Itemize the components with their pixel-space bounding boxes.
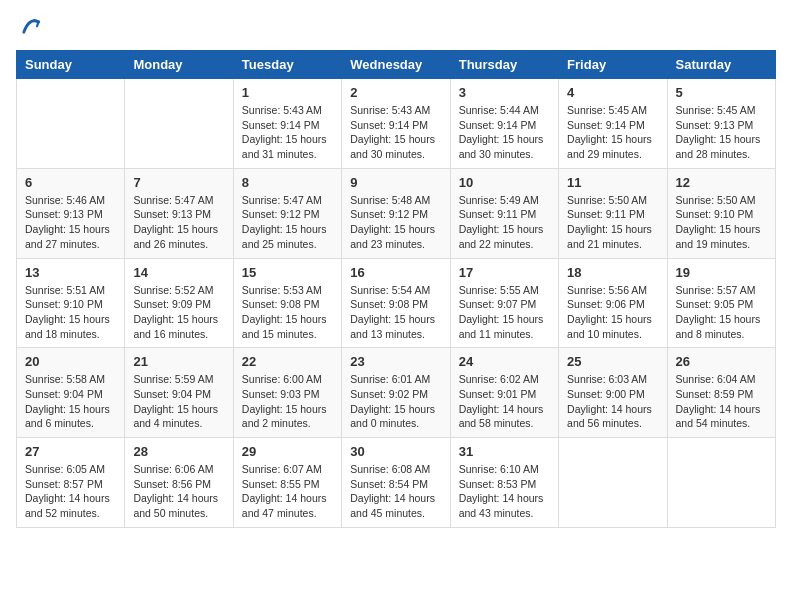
col-wednesday: Wednesday	[342, 51, 450, 79]
day-number: 10	[459, 175, 550, 190]
col-monday: Monday	[125, 51, 233, 79]
calendar-cell	[17, 79, 125, 169]
day-info: Sunrise: 5:57 AM Sunset: 9:05 PM Dayligh…	[676, 283, 767, 342]
col-friday: Friday	[559, 51, 667, 79]
calendar-cell: 28Sunrise: 6:06 AM Sunset: 8:56 PM Dayli…	[125, 438, 233, 528]
day-info: Sunrise: 5:45 AM Sunset: 9:14 PM Dayligh…	[567, 103, 658, 162]
calendar-cell: 3Sunrise: 5:44 AM Sunset: 9:14 PM Daylig…	[450, 79, 558, 169]
calendar-cell: 4Sunrise: 5:45 AM Sunset: 9:14 PM Daylig…	[559, 79, 667, 169]
calendar-cell: 25Sunrise: 6:03 AM Sunset: 9:00 PM Dayli…	[559, 348, 667, 438]
calendar-week-row: 1Sunrise: 5:43 AM Sunset: 9:14 PM Daylig…	[17, 79, 776, 169]
calendar-cell: 18Sunrise: 5:56 AM Sunset: 9:06 PM Dayli…	[559, 258, 667, 348]
calendar-cell	[667, 438, 775, 528]
day-info: Sunrise: 6:08 AM Sunset: 8:54 PM Dayligh…	[350, 462, 441, 521]
calendar-cell: 13Sunrise: 5:51 AM Sunset: 9:10 PM Dayli…	[17, 258, 125, 348]
day-number: 18	[567, 265, 658, 280]
day-number: 1	[242, 85, 333, 100]
calendar-cell: 23Sunrise: 6:01 AM Sunset: 9:02 PM Dayli…	[342, 348, 450, 438]
day-info: Sunrise: 5:43 AM Sunset: 9:14 PM Dayligh…	[350, 103, 441, 162]
day-info: Sunrise: 5:50 AM Sunset: 9:10 PM Dayligh…	[676, 193, 767, 252]
day-info: Sunrise: 5:52 AM Sunset: 9:09 PM Dayligh…	[133, 283, 224, 342]
day-number: 9	[350, 175, 441, 190]
calendar-cell: 8Sunrise: 5:47 AM Sunset: 9:12 PM Daylig…	[233, 168, 341, 258]
calendar-cell: 19Sunrise: 5:57 AM Sunset: 9:05 PM Dayli…	[667, 258, 775, 348]
calendar-cell: 12Sunrise: 5:50 AM Sunset: 9:10 PM Dayli…	[667, 168, 775, 258]
day-number: 4	[567, 85, 658, 100]
day-number: 28	[133, 444, 224, 459]
day-info: Sunrise: 6:04 AM Sunset: 8:59 PM Dayligh…	[676, 372, 767, 431]
calendar-week-row: 13Sunrise: 5:51 AM Sunset: 9:10 PM Dayli…	[17, 258, 776, 348]
calendar-cell: 2Sunrise: 5:43 AM Sunset: 9:14 PM Daylig…	[342, 79, 450, 169]
day-number: 29	[242, 444, 333, 459]
day-number: 5	[676, 85, 767, 100]
day-info: Sunrise: 6:07 AM Sunset: 8:55 PM Dayligh…	[242, 462, 333, 521]
day-info: Sunrise: 6:00 AM Sunset: 9:03 PM Dayligh…	[242, 372, 333, 431]
day-number: 19	[676, 265, 767, 280]
page-header	[16, 16, 776, 38]
calendar-cell	[125, 79, 233, 169]
day-info: Sunrise: 5:53 AM Sunset: 9:08 PM Dayligh…	[242, 283, 333, 342]
day-info: Sunrise: 5:58 AM Sunset: 9:04 PM Dayligh…	[25, 372, 116, 431]
calendar-cell: 14Sunrise: 5:52 AM Sunset: 9:09 PM Dayli…	[125, 258, 233, 348]
day-number: 23	[350, 354, 441, 369]
day-number: 25	[567, 354, 658, 369]
day-number: 24	[459, 354, 550, 369]
day-number: 31	[459, 444, 550, 459]
calendar-cell: 6Sunrise: 5:46 AM Sunset: 9:13 PM Daylig…	[17, 168, 125, 258]
day-info: Sunrise: 5:47 AM Sunset: 9:12 PM Dayligh…	[242, 193, 333, 252]
calendar-week-row: 20Sunrise: 5:58 AM Sunset: 9:04 PM Dayli…	[17, 348, 776, 438]
calendar-cell: 11Sunrise: 5:50 AM Sunset: 9:11 PM Dayli…	[559, 168, 667, 258]
day-number: 22	[242, 354, 333, 369]
day-info: Sunrise: 5:47 AM Sunset: 9:13 PM Dayligh…	[133, 193, 224, 252]
calendar-cell: 9Sunrise: 5:48 AM Sunset: 9:12 PM Daylig…	[342, 168, 450, 258]
calendar-cell: 27Sunrise: 6:05 AM Sunset: 8:57 PM Dayli…	[17, 438, 125, 528]
calendar-cell: 22Sunrise: 6:00 AM Sunset: 9:03 PM Dayli…	[233, 348, 341, 438]
day-info: Sunrise: 5:46 AM Sunset: 9:13 PM Dayligh…	[25, 193, 116, 252]
day-info: Sunrise: 5:50 AM Sunset: 9:11 PM Dayligh…	[567, 193, 658, 252]
day-info: Sunrise: 6:06 AM Sunset: 8:56 PM Dayligh…	[133, 462, 224, 521]
calendar-header-row: Sunday Monday Tuesday Wednesday Thursday…	[17, 51, 776, 79]
day-number: 13	[25, 265, 116, 280]
calendar-cell: 15Sunrise: 5:53 AM Sunset: 9:08 PM Dayli…	[233, 258, 341, 348]
day-number: 16	[350, 265, 441, 280]
day-number: 8	[242, 175, 333, 190]
calendar-cell: 24Sunrise: 6:02 AM Sunset: 9:01 PM Dayli…	[450, 348, 558, 438]
day-number: 17	[459, 265, 550, 280]
day-info: Sunrise: 5:54 AM Sunset: 9:08 PM Dayligh…	[350, 283, 441, 342]
day-info: Sunrise: 5:45 AM Sunset: 9:13 PM Dayligh…	[676, 103, 767, 162]
calendar-cell: 7Sunrise: 5:47 AM Sunset: 9:13 PM Daylig…	[125, 168, 233, 258]
day-info: Sunrise: 6:02 AM Sunset: 9:01 PM Dayligh…	[459, 372, 550, 431]
day-number: 15	[242, 265, 333, 280]
col-thursday: Thursday	[450, 51, 558, 79]
calendar-cell: 26Sunrise: 6:04 AM Sunset: 8:59 PM Dayli…	[667, 348, 775, 438]
calendar-cell: 30Sunrise: 6:08 AM Sunset: 8:54 PM Dayli…	[342, 438, 450, 528]
day-info: Sunrise: 5:56 AM Sunset: 9:06 PM Dayligh…	[567, 283, 658, 342]
calendar-cell: 16Sunrise: 5:54 AM Sunset: 9:08 PM Dayli…	[342, 258, 450, 348]
day-info: Sunrise: 6:05 AM Sunset: 8:57 PM Dayligh…	[25, 462, 116, 521]
day-info: Sunrise: 5:55 AM Sunset: 9:07 PM Dayligh…	[459, 283, 550, 342]
calendar-cell: 29Sunrise: 6:07 AM Sunset: 8:55 PM Dayli…	[233, 438, 341, 528]
day-info: Sunrise: 5:49 AM Sunset: 9:11 PM Dayligh…	[459, 193, 550, 252]
calendar-cell: 10Sunrise: 5:49 AM Sunset: 9:11 PM Dayli…	[450, 168, 558, 258]
day-info: Sunrise: 6:03 AM Sunset: 9:00 PM Dayligh…	[567, 372, 658, 431]
calendar-cell: 5Sunrise: 5:45 AM Sunset: 9:13 PM Daylig…	[667, 79, 775, 169]
calendar-cell: 17Sunrise: 5:55 AM Sunset: 9:07 PM Dayli…	[450, 258, 558, 348]
calendar-table: Sunday Monday Tuesday Wednesday Thursday…	[16, 50, 776, 528]
col-saturday: Saturday	[667, 51, 775, 79]
day-number: 21	[133, 354, 224, 369]
day-number: 7	[133, 175, 224, 190]
calendar-cell: 20Sunrise: 5:58 AM Sunset: 9:04 PM Dayli…	[17, 348, 125, 438]
day-info: Sunrise: 5:51 AM Sunset: 9:10 PM Dayligh…	[25, 283, 116, 342]
day-number: 30	[350, 444, 441, 459]
day-info: Sunrise: 5:48 AM Sunset: 9:12 PM Dayligh…	[350, 193, 441, 252]
calendar-week-row: 27Sunrise: 6:05 AM Sunset: 8:57 PM Dayli…	[17, 438, 776, 528]
day-info: Sunrise: 6:01 AM Sunset: 9:02 PM Dayligh…	[350, 372, 441, 431]
day-number: 2	[350, 85, 441, 100]
col-tuesday: Tuesday	[233, 51, 341, 79]
calendar-week-row: 6Sunrise: 5:46 AM Sunset: 9:13 PM Daylig…	[17, 168, 776, 258]
day-number: 26	[676, 354, 767, 369]
day-number: 27	[25, 444, 116, 459]
col-sunday: Sunday	[17, 51, 125, 79]
logo	[16, 16, 40, 38]
calendar-cell: 31Sunrise: 6:10 AM Sunset: 8:53 PM Dayli…	[450, 438, 558, 528]
